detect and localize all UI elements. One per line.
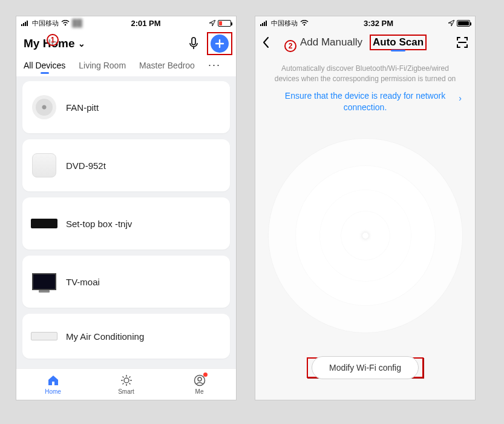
nav-me-label: Me (195, 388, 204, 395)
tab-all-devices[interactable]: All Devices (24, 61, 65, 70)
svg-rect-1 (23, 23, 24, 26)
svg-line-17 (129, 377, 130, 378)
carrier-label: 中国移动 (32, 19, 59, 28)
status-time: 3:32 PM (364, 19, 393, 28)
tv-icon (31, 268, 57, 295)
nav-home[interactable]: Home (16, 369, 90, 400)
battery-icon (457, 20, 470, 27)
fan-icon (31, 94, 57, 121)
obscured-text: ██ (72, 19, 82, 27)
back-button[interactable] (261, 36, 271, 49)
room-tabs: All Devices Living Room Master Bedroo ··… (16, 56, 236, 76)
phone-auto-scan-screen: 2 中国移动 3:32 PM (255, 16, 476, 400)
battery-icon (218, 20, 231, 27)
tab-master-bedroom[interactable]: Master Bedroo (139, 61, 195, 70)
highlight-modify-wifi: Modify Wi-Fi config (307, 357, 424, 378)
device-name: DVD-952t (66, 161, 106, 171)
auto-scan-description: Automatically discover Bluetooth/Wi-Fi/Z… (255, 54, 475, 87)
nav-home-label: Home (45, 388, 61, 395)
scan-radar (255, 114, 475, 357)
device-card[interactable]: My Air Conditioning (22, 314, 230, 359)
svg-point-24 (304, 24, 306, 26)
device-ready-link[interactable]: Ensure that the device is ready for netw… (255, 87, 475, 114)
nav-me[interactable]: Me (163, 369, 236, 400)
tab-auto-scan[interactable]: Auto Scan (373, 36, 424, 48)
signal-icon (21, 20, 30, 26)
wifi-icon (300, 20, 309, 26)
svg-point-18 (194, 376, 205, 386)
nav-smart[interactable]: Smart (90, 369, 163, 400)
tabs-more-button[interactable]: ··· (208, 59, 221, 71)
location-icon (448, 20, 454, 26)
location-icon (209, 20, 215, 26)
highlight-add-button (207, 32, 232, 55)
device-card[interactable]: Set-top box -tnjv (22, 197, 230, 250)
smart-icon (120, 374, 133, 387)
svg-line-14 (122, 377, 123, 378)
radar-center-dot (362, 233, 368, 239)
signal-icon (260, 20, 269, 26)
scan-icon[interactable] (456, 36, 469, 49)
chevron-down-icon: ⌄ (78, 39, 85, 48)
device-name: Set-top box -tnjv (66, 219, 132, 229)
svg-rect-20 (260, 24, 261, 26)
status-bar: 中国移动 ██ 2:01 PM (16, 16, 236, 30)
device-name: My Air Conditioning (66, 331, 144, 342)
device-card[interactable]: DVD-952t (22, 139, 230, 191)
phone-home-screen: 1 中国移动 ██ 2:01 PM (16, 16, 237, 400)
svg-line-15 (129, 383, 130, 385)
svg-point-19 (198, 377, 201, 381)
svg-line-16 (122, 383, 123, 385)
tab-living-room[interactable]: Living Room (79, 61, 126, 70)
svg-rect-22 (264, 22, 265, 26)
settopbox-icon (31, 210, 57, 237)
svg-rect-0 (21, 24, 22, 26)
bottom-nav: Home Smart Me (16, 368, 236, 400)
svg-point-9 (124, 378, 129, 383)
device-ready-label: Ensure that the device is ready for netw… (285, 91, 445, 113)
svg-rect-21 (262, 23, 263, 26)
modify-wifi-button[interactable]: Modify Wi-Fi config (312, 356, 419, 379)
status-time: 2:01 PM (131, 19, 160, 28)
microphone-icon[interactable] (188, 36, 200, 51)
me-icon (193, 374, 206, 387)
svg-rect-3 (27, 21, 28, 26)
device-name: TV-moai (66, 277, 100, 287)
device-list: FAN-pitt DVD-952t Set-top box -tnjv TV-m… (16, 76, 236, 368)
device-card[interactable]: FAN-pitt (22, 81, 230, 133)
highlight-auto-scan: Auto Scan (370, 35, 427, 50)
tab-add-manually[interactable]: Add Manually (300, 36, 362, 48)
add-device-button[interactable] (211, 35, 229, 53)
ac-icon (31, 323, 57, 349)
callout-1: 1 (47, 34, 59, 46)
status-bar: 中国移动 3:32 PM (255, 16, 475, 30)
svg-rect-5 (192, 38, 195, 45)
home-icon (47, 374, 60, 387)
device-card[interactable]: TV-moai (22, 256, 230, 308)
svg-rect-2 (25, 22, 26, 26)
wifi-icon (61, 20, 70, 26)
carrier-label: 中国移动 (271, 19, 298, 28)
svg-point-4 (65, 24, 67, 26)
device-name: FAN-pitt (66, 102, 99, 113)
svg-rect-23 (266, 21, 267, 26)
dvd-icon (31, 152, 57, 179)
nav-smart-label: Smart (118, 388, 134, 395)
callout-2: 2 (284, 40, 296, 52)
chevron-right-icon: › (459, 93, 462, 105)
